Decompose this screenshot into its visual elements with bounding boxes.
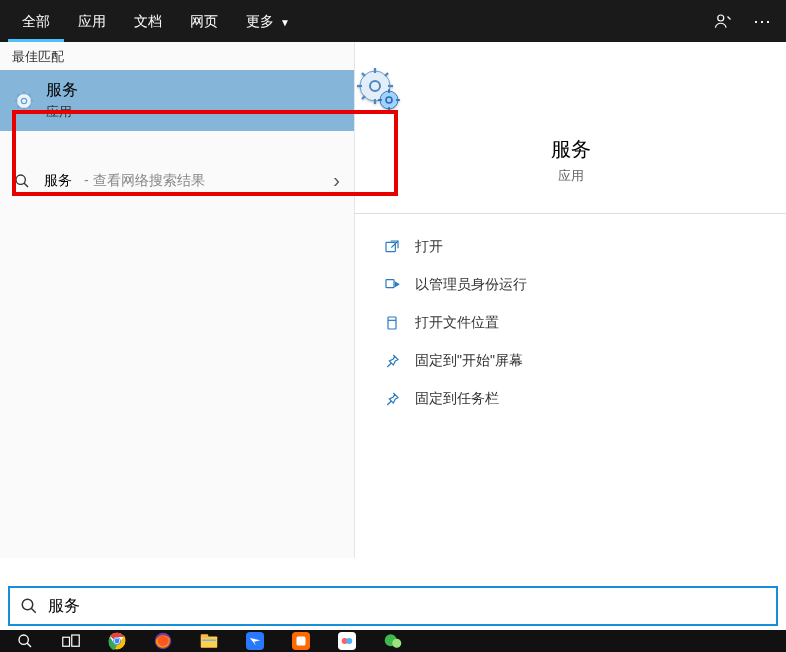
action-pin-taskbar[interactable]: 固定到任务栏 — [355, 380, 786, 418]
action-label: 打开 — [415, 238, 443, 256]
svg-line-21 — [362, 96, 365, 99]
dingtalk-icon[interactable] — [246, 632, 264, 650]
search-input[interactable] — [48, 597, 766, 615]
svg-point-42 — [115, 639, 120, 644]
app-white-icon[interactable] — [338, 632, 356, 650]
chevron-right-icon: › — [333, 169, 340, 192]
svg-rect-38 — [72, 635, 80, 646]
app-orange-icon[interactable] — [292, 632, 310, 650]
svg-rect-37 — [63, 637, 70, 646]
svg-point-54 — [392, 639, 401, 648]
results-list: 最佳匹配 服务 应用 — [0, 42, 355, 558]
svg-rect-45 — [201, 634, 209, 638]
action-label: 固定到任务栏 — [415, 390, 499, 408]
chevron-down-icon: ▼ — [280, 17, 290, 28]
search-box[interactable] — [8, 586, 778, 626]
web-search-query: 服务 — [44, 172, 72, 190]
pin-icon — [383, 391, 401, 407]
svg-point-33 — [22, 599, 33, 610]
action-label: 以管理员身份运行 — [415, 276, 527, 294]
feedback-icon[interactable] — [714, 12, 746, 30]
tab-docs[interactable]: 文档 — [120, 0, 176, 42]
action-pin-start[interactable]: 固定到"开始"屏幕 — [355, 342, 786, 380]
svg-point-11 — [16, 175, 25, 184]
best-match-item[interactable]: 服务 应用 — [0, 70, 354, 131]
taskbar — [0, 630, 786, 652]
tab-apps[interactable]: 应用 — [64, 0, 120, 42]
svg-rect-31 — [388, 317, 396, 329]
tab-more[interactable]: 更多 ▼ — [232, 0, 304, 42]
svg-point-0 — [718, 15, 724, 21]
svg-point-23 — [380, 91, 398, 109]
details-title: 服务 — [355, 136, 786, 163]
tab-all[interactable]: 全部 — [8, 0, 64, 42]
action-list: 打开 以管理员身份运行 打开文件位置 — [355, 214, 786, 432]
best-match-subtitle: 应用 — [46, 103, 78, 121]
action-label: 打开文件位置 — [415, 314, 499, 332]
ellipsis-icon[interactable]: ⋯ — [746, 10, 778, 32]
details-panel: 服务 应用 打开 以管理员身份运行 — [355, 42, 786, 558]
svg-line-36 — [27, 643, 31, 647]
svg-line-9 — [17, 106, 19, 108]
folder-icon — [383, 315, 401, 331]
wechat-icon[interactable] — [384, 632, 402, 650]
action-open[interactable]: 打开 — [355, 228, 786, 266]
svg-line-10 — [29, 94, 31, 96]
action-label: 固定到"开始"屏幕 — [415, 352, 523, 370]
app-large-icon — [355, 66, 786, 114]
svg-rect-44 — [201, 637, 218, 648]
svg-line-7 — [17, 94, 19, 96]
svg-line-19 — [362, 73, 365, 76]
svg-rect-49 — [297, 637, 306, 646]
web-search-hint: - 查看网络搜索结果 — [84, 172, 205, 190]
svg-rect-29 — [386, 242, 395, 251]
search-icon — [20, 597, 38, 615]
chrome-icon[interactable] — [108, 632, 126, 650]
svg-line-8 — [29, 106, 31, 108]
svg-line-34 — [31, 608, 36, 613]
svg-line-12 — [24, 183, 28, 187]
web-search-item[interactable]: 服务 - 查看网络搜索结果 › — [0, 157, 354, 204]
tab-more-label: 更多 — [246, 13, 274, 29]
open-icon — [383, 239, 401, 255]
details-subtitle: 应用 — [355, 167, 786, 185]
pin-icon — [383, 353, 401, 369]
tab-web[interactable]: 网页 — [176, 0, 232, 42]
action-open-location[interactable]: 打开文件位置 — [355, 304, 786, 342]
top-tabs-bar: 全部 应用 文档 网页 更多 ▼ ⋯ — [0, 0, 786, 42]
explorer-icon[interactable] — [200, 632, 218, 650]
best-match-header: 最佳匹配 — [0, 42, 354, 70]
svg-point-52 — [346, 638, 352, 644]
shield-icon — [383, 277, 401, 293]
svg-rect-46 — [202, 640, 216, 642]
search-results-panel: 最佳匹配 服务 应用 — [0, 42, 786, 558]
gear-icon — [14, 91, 34, 111]
svg-point-35 — [19, 635, 28, 644]
svg-line-22 — [385, 73, 388, 76]
best-match-title: 服务 — [46, 80, 78, 101]
svg-rect-30 — [386, 280, 394, 288]
taskbar-search-icon[interactable] — [16, 632, 34, 650]
taskview-icon[interactable] — [62, 632, 80, 650]
search-icon — [14, 173, 30, 189]
action-run-as-admin[interactable]: 以管理员身份运行 — [355, 266, 786, 304]
firefox-icon[interactable] — [154, 632, 172, 650]
